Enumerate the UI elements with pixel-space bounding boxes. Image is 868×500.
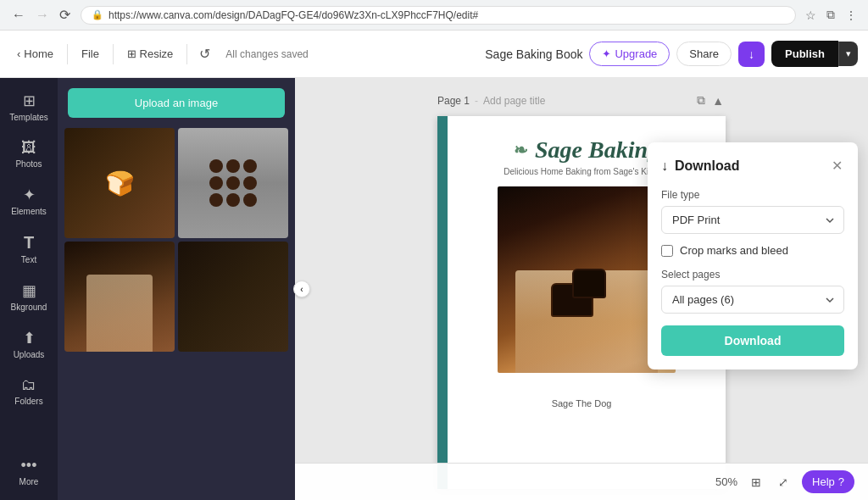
leaf-left-icon: ❧ xyxy=(514,140,528,160)
home-button[interactable]: ‹ Home xyxy=(10,42,60,65)
url-text: https://www.canva.com/design/DADagFQ-GE4… xyxy=(108,9,478,21)
upgrade-button[interactable]: ✦ Upgrade xyxy=(589,42,670,66)
panel-image-1[interactable]: 🍞 xyxy=(64,128,175,238)
browser-chrome: ← → ⟳ 🔒 https://www.canva.com/design/DAD… xyxy=(0,0,868,31)
panel-image-2[interactable] xyxy=(178,128,288,238)
star-button[interactable]: ☆ xyxy=(803,7,819,24)
sidebar-label-more: More xyxy=(19,477,39,486)
canvas-subtitle: Delicious Home Baking from Sage's Kitche… xyxy=(504,167,669,176)
more-icon: ••• xyxy=(21,457,37,475)
sidebar-item-text[interactable]: T Text xyxy=(3,226,54,271)
panel-image-4[interactable] xyxy=(178,242,288,352)
background-icon: ▦ xyxy=(22,281,36,300)
sidebar-label-folders: Folders xyxy=(14,397,42,406)
text-icon: T xyxy=(24,233,34,253)
publish-chevron-button[interactable]: ▾ xyxy=(838,42,858,66)
zoom-level: 50% xyxy=(715,475,737,488)
canvas-title-text: Sage Baking xyxy=(535,136,659,164)
extensions-button[interactable]: ⧉ xyxy=(824,6,837,24)
sidebar-label-text: Text xyxy=(21,255,36,264)
page-header: Page 1 - Add page title ⧉ ▲ xyxy=(437,92,726,109)
toolbar-divider-3 xyxy=(186,44,187,64)
sidebar-label-elements: Elements xyxy=(11,207,47,216)
star-icon: ✦ xyxy=(602,47,611,60)
home-label: Home xyxy=(24,47,53,60)
copy-page-button[interactable]: ⧉ xyxy=(695,92,707,109)
sidebar-label-templates: Templates xyxy=(9,113,48,122)
sidebar-label-photos: Photos xyxy=(15,159,42,169)
expand-page-button[interactable]: ▲ xyxy=(710,92,726,109)
lock-icon: 🔒 xyxy=(92,9,103,20)
canvas-bottom-bar: 50% ⊞ ⤢ Help ? xyxy=(295,463,868,500)
panel-image-3[interactable] xyxy=(64,242,175,352)
download-panel-title: ↓ Download xyxy=(661,158,739,174)
sidebar-item-folders[interactable]: 🗂 Folders xyxy=(3,369,54,413)
menu-button[interactable]: ⋮ xyxy=(843,7,860,24)
page-number: Page 1 xyxy=(437,95,470,107)
grid-view-button[interactable]: ⊞ xyxy=(748,472,765,492)
panel-area: Upload an image 🍞 xyxy=(58,78,295,500)
upload-image-button[interactable]: Upload an image xyxy=(68,88,285,118)
download-panel-header: ↓ Download ✕ xyxy=(661,156,844,175)
sidebar-label-uploads: Uploads xyxy=(14,350,45,359)
sidebar-item-elements[interactable]: ✦ Elements xyxy=(3,179,54,223)
templates-icon: ⊞ xyxy=(23,92,36,110)
sidebar-item-uploads[interactable]: ⬆ Uploads xyxy=(3,322,54,366)
refresh-button[interactable]: ⟳ xyxy=(56,5,74,25)
address-bar[interactable]: 🔒 https://www.canva.com/design/DADagFQ-G… xyxy=(81,6,796,25)
crop-marks-label[interactable]: Crop marks and bleed xyxy=(680,244,788,257)
page-header-left: Page 1 - Add page title xyxy=(437,95,545,107)
autosave-status: All changes saved xyxy=(225,48,308,60)
elements-icon: ✦ xyxy=(23,186,36,204)
file-button[interactable]: File xyxy=(75,42,106,65)
publish-btn-group: Publish ▾ xyxy=(771,41,858,67)
page-header-right: ⧉ ▲ xyxy=(695,92,726,109)
left-sidebar: ⊞ Templates 🖼 Photos ✦ Elements T Text ▦… xyxy=(0,78,58,500)
main-content: ⊞ Templates 🖼 Photos ✦ Elements T Text ▦… xyxy=(0,78,868,500)
download-panel: ↓ Download ✕ File type PDF Print PDF Sta… xyxy=(648,142,858,369)
toolbar-divider xyxy=(67,44,68,64)
uploads-icon: ⬆ xyxy=(23,329,36,347)
close-download-panel-button[interactable]: ✕ xyxy=(830,156,844,175)
download-title-text: Download xyxy=(675,158,739,174)
folders-icon: 🗂 xyxy=(21,376,36,394)
sidebar-item-templates[interactable]: ⊞ Templates xyxy=(3,85,54,129)
nav-buttons: ← → ⟳ xyxy=(8,5,74,25)
fullscreen-button[interactable]: ⤢ xyxy=(775,472,792,492)
panel-image-4-content xyxy=(178,242,288,352)
photos-icon: 🖼 xyxy=(21,139,36,157)
resize-icon: ⊞ xyxy=(127,47,140,60)
pages-select[interactable]: All pages (6) Current page Custom range xyxy=(661,286,844,314)
forward-button[interactable]: → xyxy=(32,6,53,25)
collapse-toggle-button[interactable]: ‹ xyxy=(293,281,310,297)
question-mark-icon: ? xyxy=(838,475,844,488)
file-type-select[interactable]: PDF Print PDF Standard PNG JPG SVG xyxy=(661,206,844,234)
resize-button[interactable]: ⊞ Resize xyxy=(120,42,180,65)
app: ‹ Home File ⊞ Resize ↺ All changes saved… xyxy=(0,31,868,500)
separator: - xyxy=(475,95,478,107)
crop-marks-checkbox[interactable] xyxy=(661,245,673,257)
help-button[interactable]: Help ? xyxy=(802,470,854,493)
select-pages-label: Select pages xyxy=(661,269,844,281)
add-page-title[interactable]: Add page title xyxy=(483,95,545,107)
toolbar-right: Sage Baking Book ✦ Upgrade Share ↓ Publi… xyxy=(485,41,858,67)
undo-button[interactable]: ↺ xyxy=(194,41,215,67)
toolbar: ‹ Home File ⊞ Resize ↺ All changes saved… xyxy=(0,31,868,78)
help-label: Help xyxy=(812,475,835,488)
share-button[interactable]: Share xyxy=(676,42,732,66)
sidebar-item-photos[interactable]: 🖼 Photos xyxy=(3,132,54,175)
file-type-label: File type xyxy=(661,189,844,201)
project-name: Sage Baking Book xyxy=(485,47,582,61)
panel-images: 🍞 xyxy=(58,128,295,352)
sidebar-item-more[interactable]: ••• More xyxy=(3,450,54,493)
crop-marks-row: Crop marks and bleed xyxy=(661,244,844,257)
toolbar-left: ‹ Home File ⊞ Resize ↺ All changes saved xyxy=(10,41,478,67)
sidebar-item-background[interactable]: ▦ Bkground xyxy=(3,275,54,319)
canvas-footer: Sage The Dog xyxy=(552,393,612,415)
download-icon: ↓ xyxy=(661,158,668,174)
download-button[interactable]: Download xyxy=(661,325,844,356)
back-button[interactable]: ← xyxy=(8,6,29,25)
toolbar-divider-2 xyxy=(113,44,114,64)
download-icon-button[interactable]: ↓ xyxy=(738,42,765,67)
publish-button[interactable]: Publish xyxy=(771,41,838,67)
